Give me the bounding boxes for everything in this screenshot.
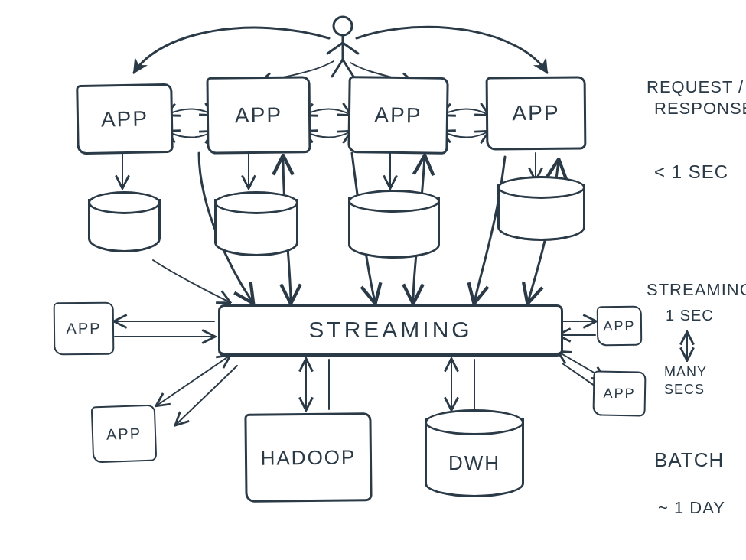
note-layer1-time: < 1 SEC xyxy=(654,161,728,184)
dwh-label: DWH xyxy=(425,451,524,475)
left-app-mid: APP xyxy=(54,302,115,356)
user-icon xyxy=(327,17,358,77)
app-box-2: APP xyxy=(206,76,311,154)
note-batch-title: BATCH xyxy=(654,448,724,473)
database-1 xyxy=(88,191,161,252)
right-app-mid: APP xyxy=(597,306,643,347)
streaming-box: STREAMING xyxy=(218,304,563,357)
database-2 xyxy=(214,191,298,256)
dwh-cylinder: DWH xyxy=(425,409,524,497)
app-box-4: APP xyxy=(486,76,587,150)
database-3 xyxy=(348,190,440,259)
app-box-2-label: APP xyxy=(235,103,282,128)
note-batch-time: ~ 1 DAY xyxy=(658,497,725,519)
database-4 xyxy=(497,176,585,241)
right-app-lower-label: APP xyxy=(603,386,635,402)
right-app-lower: APP xyxy=(592,370,646,416)
note-streaming-title: STREAMING xyxy=(647,279,746,301)
app-box-1: APP xyxy=(76,83,174,155)
app-box-1-label: APP xyxy=(101,106,149,132)
left-app-lower-label: APP xyxy=(106,425,142,444)
hadoop-box: HADOOP xyxy=(244,412,372,503)
left-app-lower: APP xyxy=(91,405,158,464)
app-box-3-label: APP xyxy=(374,103,422,128)
svg-point-0 xyxy=(334,17,352,35)
right-app-mid-label: APP xyxy=(603,317,635,334)
note-streaming-bottom: MANY SECS xyxy=(664,363,707,398)
streaming-label: STREAMING xyxy=(308,317,472,343)
note-response: RESPONSE xyxy=(654,98,746,119)
left-app-mid-label: APP xyxy=(66,320,101,337)
note-request: REQUEST / xyxy=(647,77,744,98)
app-box-4-label: APP xyxy=(512,101,559,126)
diagram-stage: APP APP APP APP STREAMING APP APP APP AP xyxy=(0,0,746,560)
hadoop-label: HADOOP xyxy=(260,445,356,470)
note-streaming-top: 1 SEC xyxy=(666,306,714,325)
app-box-3: APP xyxy=(347,76,448,155)
